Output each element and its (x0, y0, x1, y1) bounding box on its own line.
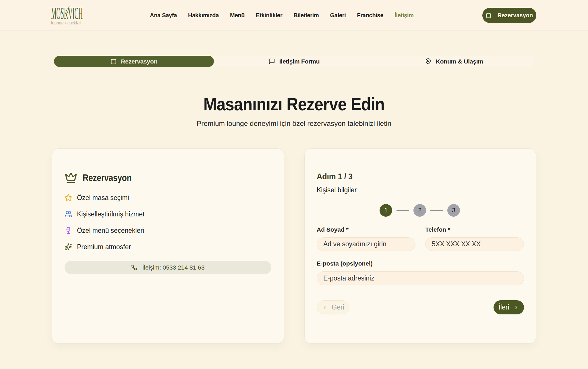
svg-text:lounge ◦ cocktail: lounge ◦ cocktail (51, 20, 81, 26)
